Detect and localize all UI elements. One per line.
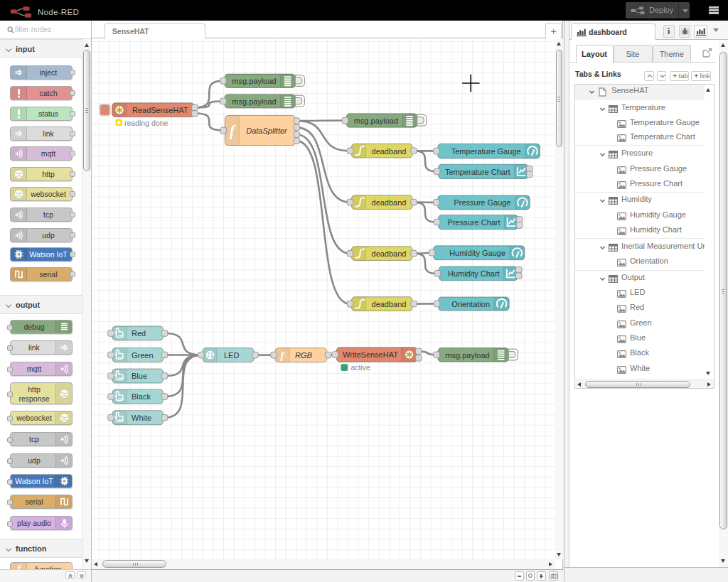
svg-text:reading done: reading done: [124, 119, 168, 127]
svg-text:Orientation: Orientation: [451, 300, 490, 308]
svg-text:deadband: deadband: [372, 198, 407, 207]
svg-text:deadband: deadband: [372, 300, 407, 308]
svg-text:RGB: RGB: [295, 351, 312, 360]
svg-text:Humidity Gauge: Humidity Gauge: [449, 249, 505, 257]
svg-text:msg.payload: msg.payload: [232, 97, 276, 106]
svg-text:WriteSenseHAT: WriteSenseHAT: [343, 350, 398, 359]
svg-text:Green: Green: [132, 351, 154, 360]
svg-text:Pressure Gauge: Pressure Gauge: [454, 198, 510, 207]
svg-text:msg.payload: msg.payload: [232, 77, 276, 85]
svg-text:LED: LED: [224, 351, 239, 360]
svg-text:Humidity Chart: Humidity Chart: [448, 269, 500, 278]
svg-text:deadband: deadband: [372, 147, 407, 156]
svg-text:msg.payload: msg.payload: [445, 351, 489, 360]
svg-text:Pressure Chart: Pressure Chart: [448, 218, 500, 227]
svg-text:msg.payload: msg.payload: [354, 117, 398, 125]
svg-text:ReadSenseHAT: ReadSenseHAT: [132, 106, 188, 114]
svg-text:Blue: Blue: [132, 372, 147, 380]
svg-text:Temperature Gauge: Temperature Gauge: [451, 147, 521, 156]
svg-text:DataSplitter: DataSplitter: [246, 126, 288, 135]
svg-text:Red: Red: [132, 329, 146, 338]
svg-text:Black: Black: [132, 392, 151, 401]
svg-text:active: active: [351, 363, 371, 372]
svg-text:Temperature Chart: Temperature Chart: [445, 168, 510, 176]
svg-text:deadband: deadband: [372, 249, 407, 258]
svg-text:White: White: [132, 414, 151, 422]
